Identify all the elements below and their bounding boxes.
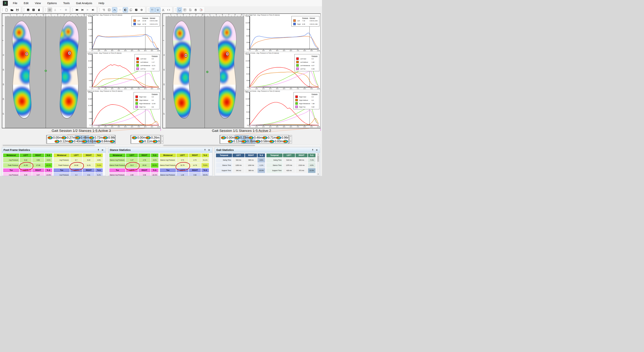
stance-timeline-1[interactable]: 0.00m0.27m0.48m0.72m0.98m0.12m0.40m0.61m… xyxy=(46,135,116,144)
timeline-thumb[interactable]: 0.12m xyxy=(54,140,68,143)
pin-icon[interactable] xyxy=(311,148,314,152)
svg-text:11.94: 11.94 xyxy=(88,29,91,30)
timeline-thumb[interactable]: 0.84m xyxy=(96,140,110,143)
timeline-thumb[interactable]: 0.83m xyxy=(269,140,283,143)
menu-item-gait-analysis[interactable]: Gait Analysis xyxy=(73,0,96,6)
timeline-thumb[interactable]: 0.00m xyxy=(132,136,146,139)
timeline-thumb[interactable]: 0.27m xyxy=(62,136,75,139)
layout-windows-icon[interactable] xyxy=(26,8,30,12)
left-value: 51.0 xyxy=(126,163,138,168)
export-icon[interactable] xyxy=(199,8,204,12)
stance-distance-label: 0.27m xyxy=(67,136,75,139)
toolbar-group-grip[interactable] xyxy=(99,8,100,12)
close-icon[interactable]: ✕ xyxy=(315,148,318,152)
menu-item-file[interactable]: File xyxy=(10,0,20,6)
timeline-thumb[interactable]: 0.40m xyxy=(68,140,82,143)
markers-icon[interactable] xyxy=(166,8,171,12)
scrollbar-thumb[interactable] xyxy=(2,145,95,146)
timeline-thumb[interactable]: 0.58m xyxy=(256,140,269,143)
gait-session-panel-2: 37111519232713579111357911Left & Right F… xyxy=(162,14,320,128)
close-icon[interactable]: ✕ xyxy=(208,148,211,152)
drag-grip[interactable] xyxy=(1,1,2,6)
timeline-thumb[interactable]: 0.46m xyxy=(248,136,262,139)
horizontal-ruler: 1357911 xyxy=(5,14,46,17)
pin-icon[interactable] xyxy=(97,148,100,152)
menu-item-edit[interactable]: Edit xyxy=(20,0,32,6)
timeline-thumb[interactable]: 0.98m xyxy=(103,136,116,139)
peak-pressure-icon[interactable] xyxy=(112,8,117,12)
stance-timeline-3[interactable]: 0.00m0.23m0.46m0.71m0.96m0.12m0.35m0.58m… xyxy=(220,135,289,144)
pin-icon[interactable] xyxy=(203,148,207,152)
timeline-thumb[interactable]: 0.23m xyxy=(235,136,248,139)
toolbar-group-grip[interactable] xyxy=(72,8,73,12)
scrollbar-thumb[interactable] xyxy=(163,145,255,146)
frame-icon[interactable] xyxy=(107,8,112,12)
series-color-swatch xyxy=(293,23,296,25)
timeline-horizontal-scrollbar[interactable] xyxy=(2,144,161,146)
memory-card-icon[interactable] xyxy=(36,8,41,12)
session-list-icon[interactable] xyxy=(31,8,36,12)
menu-item-options[interactable]: Options xyxy=(44,0,60,6)
timeline-thumb[interactable]: 1.10m xyxy=(110,140,116,143)
timeline-thumb[interactable]: 0.96m xyxy=(276,136,289,139)
timeline-thumb[interactable]: 0.00m xyxy=(48,136,61,139)
download-icon[interactable] xyxy=(53,8,58,12)
timeline-horizontal-scrollbar[interactable] xyxy=(162,144,320,146)
page-preview-icon[interactable] xyxy=(188,8,193,12)
print-icon[interactable] xyxy=(193,8,198,12)
menu-item-view[interactable]: View xyxy=(32,0,44,6)
split-gait-icon[interactable] xyxy=(161,8,166,12)
chart-window-icon[interactable] xyxy=(134,8,139,12)
panel-vertical-scrollbar[interactable]: ▲▼ xyxy=(317,153,320,175)
footprint-icon[interactable] xyxy=(156,8,160,12)
timeline-mini-scrollbar[interactable]: ▲▼ xyxy=(290,135,292,144)
contour-icon[interactable] xyxy=(123,8,128,12)
menu-item-help[interactable]: Help xyxy=(96,0,108,6)
toolbar-group-grip[interactable] xyxy=(45,8,46,12)
record-icon[interactable] xyxy=(64,8,68,12)
stance-thumbnail-icon xyxy=(132,136,137,139)
timeline-thumb[interactable]: 0.37m xyxy=(152,140,161,143)
settings-gear-icon[interactable] xyxy=(139,8,144,12)
sensor-grid-icon[interactable] xyxy=(101,8,106,12)
dropdown-caret-icon[interactable] xyxy=(58,8,63,12)
toolbar-group-grip[interactable] xyxy=(148,8,149,12)
stance-timeline-2[interactable]: 0.00m0.26m0.11m0.37m xyxy=(130,135,161,144)
save-icon[interactable] xyxy=(15,8,20,12)
play-icon[interactable] xyxy=(85,8,90,12)
open-folder-icon[interactable] xyxy=(10,8,14,12)
timeline-thumb[interactable]: 0.00m xyxy=(221,136,234,139)
timeline-thumb[interactable]: 0.26m xyxy=(146,136,159,139)
calibration-icon[interactable] xyxy=(118,8,122,12)
close-icon[interactable]: ✕ xyxy=(101,148,104,152)
timeline-thumb[interactable]: 0.71m xyxy=(262,136,276,139)
step-back-icon[interactable] xyxy=(80,8,84,12)
report-table-icon[interactable] xyxy=(182,8,187,12)
timeline-thumb[interactable]: 0.11m xyxy=(139,140,152,143)
toolbar-group-grip[interactable] xyxy=(175,8,176,12)
timeline-thumb[interactable]: 0.48m xyxy=(75,136,89,139)
skip-start-icon[interactable] xyxy=(74,8,79,12)
timeline-thumb[interactable]: 0.61m xyxy=(82,140,96,143)
menu-item-tools[interactable]: Tools xyxy=(60,0,73,6)
stance-distance-label: 0.37m xyxy=(158,140,161,143)
svg-text:7.57: 7.57 xyxy=(246,67,249,68)
svg-text:0.0: 0.0 xyxy=(247,49,249,50)
live-view-icon[interactable] xyxy=(47,8,52,12)
new-document-icon[interactable] xyxy=(4,8,9,12)
copy-report-icon[interactable] xyxy=(177,8,182,12)
toolbar-group-grip[interactable] xyxy=(2,8,3,12)
foot-heatmap-right xyxy=(48,18,84,125)
timeline-thumb[interactable]: 0.72m xyxy=(89,136,103,139)
copy-frame-icon[interactable] xyxy=(128,8,133,12)
timeline-mini-scrollbar[interactable]: ▲▼ xyxy=(161,135,164,144)
stance-thumbnail-icon xyxy=(256,140,260,143)
stance-picker-icon[interactable] xyxy=(150,8,155,12)
stats-data-row: Avg Pressure4.44.019.2% xyxy=(54,173,103,176)
timeline-thumb[interactable]: 1.08m xyxy=(283,140,289,143)
timeline-thumb[interactable]: 0.12m xyxy=(228,140,242,143)
timeline-thumb[interactable]: 0.35m xyxy=(242,140,255,143)
step-forward-icon[interactable] xyxy=(90,8,96,12)
toolbar-group-grip[interactable] xyxy=(24,8,24,12)
scrollbar-thumb[interactable] xyxy=(317,155,319,162)
